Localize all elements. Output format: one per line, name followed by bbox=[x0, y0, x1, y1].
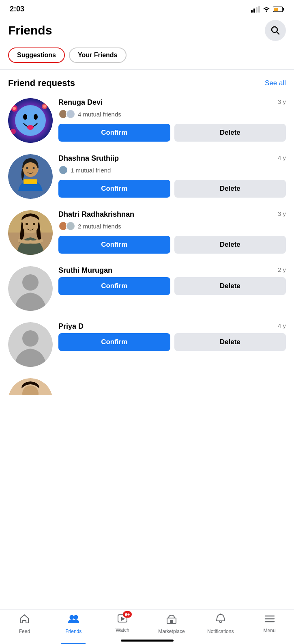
mutual-text: 4 mutual friends bbox=[78, 111, 121, 118]
nav-item-menu[interactable]: Menu bbox=[245, 614, 294, 634]
friend-request-item-partial bbox=[0, 375, 294, 395]
section-title: Friend requests bbox=[8, 78, 75, 88]
svg-point-15 bbox=[34, 114, 38, 120]
svg-point-16 bbox=[27, 125, 34, 130]
friend-info: Dhashna Sruthiip 4 y 1 mutual friend Con… bbox=[58, 154, 286, 198]
friend-name: Priya D bbox=[58, 322, 84, 331]
nav-item-friends[interactable]: Friends bbox=[49, 614, 98, 634]
header: Friends bbox=[0, 17, 294, 46]
friend-info: Renuga Devi 3 y 4 mutual friends Confirm… bbox=[58, 98, 286, 142]
svg-rect-6 bbox=[283, 8, 284, 11]
svg-point-35 bbox=[22, 274, 39, 291]
friend-name-row: Dhashna Sruthiip 4 y bbox=[58, 154, 286, 163]
nav-label-feed: Feed bbox=[19, 629, 30, 634]
friend-time: 4 y bbox=[278, 322, 286, 329]
avatar bbox=[8, 266, 53, 311]
svg-point-20 bbox=[43, 105, 46, 108]
mutual-text: 2 mutual friends bbox=[78, 223, 121, 230]
delete-button[interactable]: Delete bbox=[174, 180, 286, 198]
svg-rect-2 bbox=[256, 7, 258, 13]
svg-rect-7 bbox=[274, 8, 278, 11]
signal-icon bbox=[251, 6, 260, 13]
friend-time: 4 y bbox=[278, 154, 286, 161]
svg-point-40 bbox=[70, 615, 74, 620]
action-row: Confirm Delete bbox=[58, 180, 286, 198]
svg-rect-1 bbox=[253, 9, 255, 13]
avatar bbox=[8, 378, 53, 395]
nav-item-feed[interactable]: Feed bbox=[0, 614, 49, 634]
friend-time: 3 y bbox=[278, 98, 286, 105]
marketplace-icon bbox=[166, 614, 177, 627]
nav-label-marketplace: Marketplace bbox=[158, 629, 185, 634]
delete-button[interactable]: Delete bbox=[174, 236, 286, 254]
confirm-button[interactable]: Confirm bbox=[58, 180, 170, 198]
menu-icon bbox=[264, 614, 275, 626]
home-icon bbox=[19, 614, 30, 627]
svg-point-24 bbox=[23, 162, 38, 177]
friend-request-item: Sruthi Murugan 2 y Confirm Delete bbox=[0, 263, 294, 319]
nav-item-notifications[interactable]: Notifications bbox=[196, 614, 245, 634]
search-button[interactable] bbox=[265, 20, 286, 41]
friend-request-item: Priya D 4 y Confirm Delete bbox=[0, 319, 294, 375]
friend-info: Dhatri Radhakrishnan 3 y 2 mutual friend… bbox=[58, 210, 286, 254]
svg-point-33 bbox=[33, 223, 35, 225]
see-all-link[interactable]: See all bbox=[265, 79, 286, 87]
search-icon bbox=[271, 26, 280, 35]
home-indicator bbox=[121, 640, 174, 642]
mutual-avatar bbox=[58, 165, 68, 175]
mutual-row: 4 mutual friends bbox=[58, 109, 286, 119]
svg-point-26 bbox=[33, 167, 35, 169]
mutual-text: 1 mutual friend bbox=[71, 167, 111, 174]
svg-point-25 bbox=[26, 167, 28, 169]
confirm-button[interactable]: Confirm bbox=[58, 277, 170, 295]
svg-rect-3 bbox=[258, 6, 260, 13]
avatar bbox=[8, 322, 53, 367]
tab-your-friends[interactable]: Your Friends bbox=[69, 47, 127, 63]
status-icons bbox=[251, 6, 284, 13]
nav-label-menu: Menu bbox=[264, 628, 276, 633]
svg-point-14 bbox=[23, 114, 27, 120]
friend-name: Dhatri Radhakrishnan bbox=[58, 210, 134, 219]
friend-info: Priya D 4 y Confirm Delete bbox=[58, 322, 286, 351]
delete-button[interactable]: Delete bbox=[174, 124, 286, 142]
action-row: Confirm Delete bbox=[58, 277, 286, 295]
confirm-button[interactable]: Confirm bbox=[58, 333, 170, 351]
page-title: Friends bbox=[8, 24, 52, 37]
friend-name-row: Renuga Devi 3 y bbox=[58, 98, 286, 107]
nav-item-watch[interactable]: 9+ Watch bbox=[98, 614, 147, 634]
friend-name: Renuga Devi bbox=[58, 98, 103, 107]
friend-time: 2 y bbox=[278, 266, 286, 273]
svg-point-18 bbox=[13, 107, 16, 110]
nav-item-marketplace[interactable]: Marketplace bbox=[147, 614, 196, 634]
mutual-avatars bbox=[58, 221, 75, 231]
friend-name-row: Dhatri Radhakrishnan 3 y bbox=[58, 210, 286, 219]
mutual-avatars bbox=[58, 109, 75, 119]
svg-line-9 bbox=[277, 32, 279, 34]
friend-info: Sruthi Murugan 2 y Confirm Delete bbox=[58, 266, 286, 295]
delete-button[interactable]: Delete bbox=[174, 333, 286, 351]
friend-name: Dhashna Sruthiip bbox=[58, 154, 119, 163]
delete-button[interactable]: Delete bbox=[174, 277, 286, 295]
svg-rect-0 bbox=[251, 10, 253, 13]
friend-name-row: Priya D 4 y bbox=[58, 322, 286, 331]
friend-time: 3 y bbox=[278, 210, 286, 217]
avatar bbox=[8, 98, 53, 143]
friend-request-item: Dhatri Radhakrishnan 3 y 2 mutual friend… bbox=[0, 207, 294, 263]
svg-rect-45 bbox=[170, 620, 173, 623]
divider bbox=[0, 69, 294, 70]
watch-badge-wrap: 9+ bbox=[117, 614, 128, 626]
tab-suggestions[interactable]: Suggestions bbox=[8, 47, 65, 63]
svg-point-21 bbox=[10, 129, 16, 134]
bottom-navigation: Feed Friends 9+ Watch bbox=[0, 609, 294, 644]
action-row: Confirm Delete bbox=[58, 333, 286, 351]
friend-name: Sruthi Murugan bbox=[58, 266, 112, 275]
svg-marker-43 bbox=[121, 617, 125, 621]
friends-icon bbox=[68, 614, 79, 627]
mutual-avatar bbox=[66, 109, 75, 119]
confirm-button[interactable]: Confirm bbox=[58, 124, 170, 142]
avatar bbox=[8, 210, 53, 255]
mutual-avatars bbox=[58, 165, 68, 175]
nav-label-watch: Watch bbox=[116, 627, 129, 633]
status-bar: 2:03 bbox=[0, 0, 294, 17]
confirm-button[interactable]: Confirm bbox=[58, 236, 170, 254]
